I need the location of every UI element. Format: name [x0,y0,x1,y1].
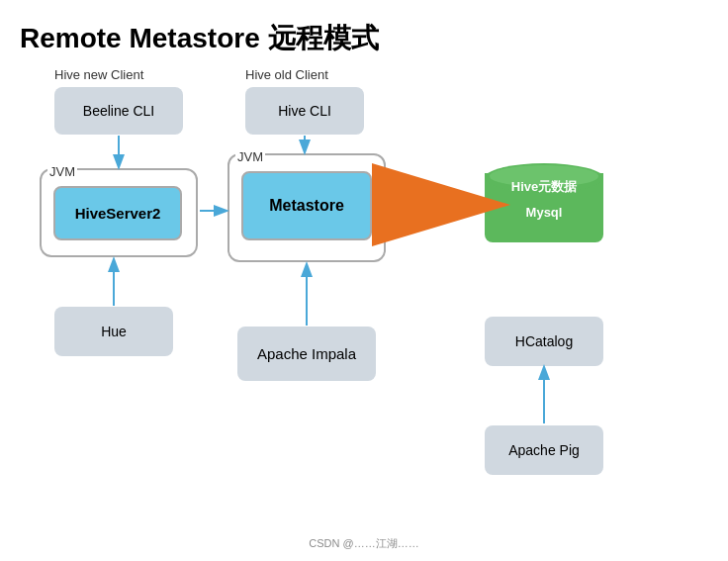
hcatalog-box: HCatalog [485,317,603,366]
arrows-svg [0,0,728,561]
mysql-cylinder: Hive元数据 Mysql [485,153,603,252]
hive-meta-subtitle: Mysql [485,205,603,220]
hiveserver2-box: HiveServer2 [53,186,182,240]
jvm1-label: JVM [47,164,77,179]
jvm2-label: JVM [235,149,265,164]
apache-impala-label: Apache Impala [257,345,356,362]
hive-meta-title: Hive元数据 [485,178,603,196]
diagram-container: Remote Metastore 远程模式 Hive new Client Hi… [0,0,728,561]
title-prefix: Remote Metastore [20,23,260,53]
apache-pig-label: Apache Pig [508,442,580,458]
hue-box: Hue [54,307,173,356]
beeline-label: Beeline CLI [83,103,154,119]
apache-impala-box: Apache Impala [237,327,376,381]
hive-new-client-label: Hive new Client [54,67,143,82]
title-suffix: 远程模式 [268,23,379,53]
hue-label: Hue [101,324,127,339]
metastore-label: Metastore [269,197,344,215]
hcatalog-label: HCatalog [515,333,573,349]
apache-pig-box: Apache Pig [485,425,603,475]
metastore-box: Metastore [241,171,372,240]
page-title: Remote Metastore 远程模式 [20,20,708,57]
hive-cli-label: Hive CLI [278,103,331,119]
hive-cli-box: Hive CLI [245,87,364,135]
beeline-cli-box: Beeline CLI [54,87,183,135]
hiveserver2-label: HiveServer2 [75,205,161,222]
jvm1-container: JVM HiveServer2 [40,168,198,257]
watermark: CSDN @……江湖…… [309,536,418,551]
jvm2-container: JVM Metastore [228,153,386,262]
hive-old-client-label: Hive old Client [245,67,328,82]
